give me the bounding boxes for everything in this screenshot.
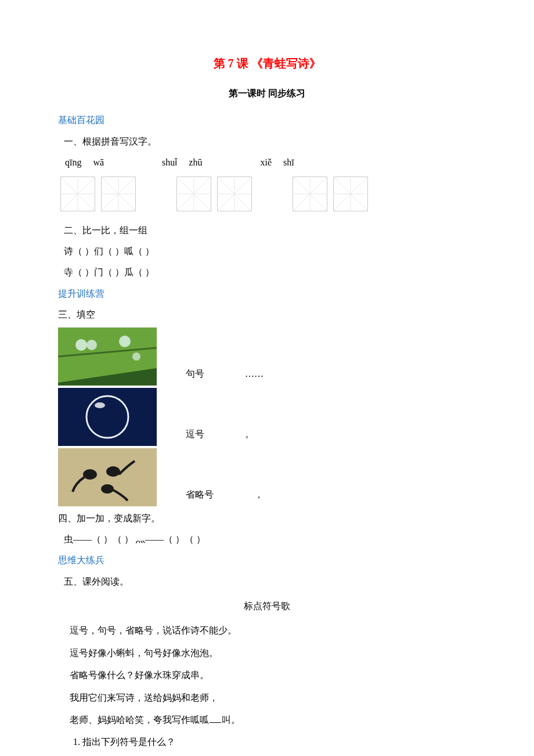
section-basic: 基础百花园 (58, 111, 476, 129)
svg-rect-40 (58, 448, 157, 506)
svg-point-35 (119, 336, 131, 347)
pinyin-group-2: shuǐ zhū (162, 154, 202, 171)
q3-row3: 省略号 ， (58, 448, 476, 506)
svg-point-34 (86, 340, 97, 350)
pinyin-group-1: qīng wā (65, 154, 104, 171)
q3-row3-labels: 省略号 ， (186, 486, 264, 506)
q3-r1-symbol: …… (245, 365, 264, 383)
svg-point-33 (75, 339, 87, 351)
svg-point-42 (106, 466, 120, 477)
page: 第 7 课 《青蛙写诗》 第一课时 同步练习 基础百花园 一、根据拼音写汉字。 … (0, 0, 534, 756)
q3-r3-symbol: ， (254, 486, 264, 503)
q1-title: 一、根据拼音写汉字。 (58, 133, 476, 150)
reading-l5a: 老师、妈妈哈哈笑，夸我写作呱呱 (70, 715, 209, 725)
pinyin-3a: xiě (260, 154, 272, 171)
pinyin-2a: shuǐ (162, 154, 177, 171)
pinyin-2b: zhū (189, 154, 202, 171)
q2-line2: 寺（ ）门（ ）瓜（ ） (58, 264, 476, 281)
q4-title: 四、加一加，变成新字。 (58, 510, 476, 527)
svg-point-39 (95, 402, 105, 408)
svg-point-43 (101, 484, 114, 494)
reading-l4: 我用它们来写诗，送给妈妈和老师， (70, 689, 476, 707)
emphasis-mark (210, 722, 221, 723)
reading-title: 标点符号歌 (58, 597, 476, 615)
tianzige-box[interactable] (333, 177, 368, 211)
q3-r2-symbol: 。 (245, 426, 254, 443)
tianzige-box[interactable] (293, 177, 327, 211)
q5-sub1: 1. 指出下列符号是什么？ (70, 733, 476, 751)
box-pair-2 (176, 177, 252, 211)
q3-r1-label: 句号 (186, 365, 204, 383)
reading-l2: 逗号好像小蝌蚪，句号好像水泡泡。 (70, 645, 476, 662)
pinyin-group-3: xiě shī (260, 154, 294, 171)
section-improve: 提升训练营 (58, 285, 476, 303)
q4-line: 虫——（ ）（ ） 灬——（ ）（ ） (58, 531, 476, 548)
q3-row1-labels: 句号 …… (186, 365, 264, 385)
reading-l5b: 叫。 (222, 715, 240, 725)
pinyin-1a: qīng (65, 154, 81, 171)
q3-r3-label: 省略号 (186, 486, 214, 503)
q3-row1: 句号 …… (58, 327, 476, 386)
q5-title: 五、课外阅读。 (58, 573, 476, 591)
pinyin-row: qīng wā shuǐ zhū xiě shī (58, 154, 476, 171)
svg-point-41 (83, 469, 97, 480)
q2-line1: 诗（ ）们（ ）呱（ ） (58, 243, 476, 260)
lesson-subtitle: 第一课时 同步练习 (58, 85, 476, 102)
section-thinking: 思维大练兵 (58, 552, 476, 569)
tianzige-box[interactable] (217, 177, 252, 211)
pinyin-1b: wā (93, 154, 104, 171)
image-bubble (58, 388, 157, 446)
writing-boxes-row (58, 177, 476, 211)
tianzige-box[interactable] (101, 177, 136, 211)
reading-l3: 省略号像什么？好像水珠穿成串。 (70, 667, 476, 684)
box-pair-3 (293, 177, 368, 211)
tianzige-box[interactable] (176, 177, 211, 211)
lesson-title: 第 7 课 《青蛙写诗》 (58, 52, 476, 74)
q3-title: 三、填空 (58, 306, 476, 323)
image-tadpoles (58, 448, 157, 506)
reading-l5: 老师、妈妈哈哈笑，夸我写作呱呱叫。 (70, 711, 476, 729)
q2-title: 二、比一比，组一组 (58, 222, 476, 239)
tianzige-box[interactable] (60, 177, 95, 211)
box-pair-1 (60, 177, 136, 211)
reading-body: 逗号，句号，省略号，说话作诗不能少。 逗号好像小蝌蚪，句号好像水泡泡。 省略号像… (58, 622, 476, 751)
image-leaf-dewdrops (58, 327, 157, 386)
q3-r2-label: 逗号 (186, 426, 204, 443)
q3-row2-labels: 逗号 。 (186, 426, 254, 445)
reading-l1: 逗号，句号，省略号，说话作诗不能少。 (70, 622, 476, 639)
pinyin-3b: shī (283, 154, 294, 171)
svg-point-36 (132, 352, 140, 361)
q3-row2: 逗号 。 (58, 388, 476, 446)
